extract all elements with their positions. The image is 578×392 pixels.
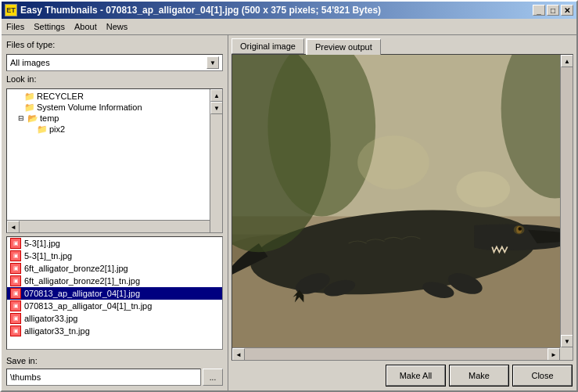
file-icon: ▣ (10, 238, 21, 249)
list-item[interactable]: ▣ 5-3[1].jpg (7, 237, 222, 250)
folder-open-icon: 📂 (27, 113, 38, 123)
bottom-bar: Make All Make Close (228, 361, 576, 390)
close-button[interactable]: ✕ (561, 5, 573, 16)
make-all-button[interactable]: Make All (386, 365, 445, 386)
file-list[interactable]: ▣ 5-3[1].jpg ▣ 5-3[1]_tn.jpg ▣ 6ft_allig… (6, 236, 223, 350)
file-name: 070813_ap_alligator_04[1]_tn.jpg (24, 301, 152, 311)
scroll-track-h (245, 348, 547, 360)
folder-icon: 📁 (24, 102, 35, 112)
tab-original-image[interactable]: Original image (232, 38, 304, 54)
file-name: 6ft_alligator_bronze2[1].jpg (24, 264, 128, 273)
main-content: Files of type: All images ▼ Look in: 📁 R… (2, 35, 576, 390)
tree-item-temp[interactable]: ⊟ 📂 temp (10, 113, 219, 124)
file-icon: ▣ (10, 250, 21, 261)
scroll-up-button[interactable]: ▲ (561, 55, 573, 67)
scroll-right-button[interactable]: ► (547, 348, 560, 361)
tree-item-label: RECYCLER (37, 92, 84, 101)
file-name: 070813_ap_alligator_04[1].jpg (24, 289, 140, 298)
tree-scrollbar-vertical[interactable]: ▲ ▼ (210, 89, 222, 232)
menu-about[interactable]: About (70, 20, 102, 33)
file-icon: ▣ (10, 313, 21, 324)
titlebar: ET Easy Thumbnails - 070813_ap_alligator… (2, 2, 576, 19)
minimize-button[interactable]: _ (533, 5, 545, 16)
scroll-corner (560, 347, 573, 360)
files-of-type-label: Files of type: (6, 40, 223, 49)
file-icon: ▣ (10, 263, 21, 274)
browse-button[interactable]: ... (203, 369, 223, 386)
svg-point-17 (357, 135, 429, 189)
file-icon: ▣ (10, 275, 21, 286)
file-icon: ▣ (10, 288, 21, 299)
dropdown-value: All images (10, 58, 50, 67)
file-name: 5-3[1].jpg (24, 239, 60, 248)
tree-item-label: System Volume Information (37, 102, 142, 112)
file-name: 6ft_alligator_bronze2[1]_tn.jpg (24, 276, 140, 286)
scroll-down-button[interactable]: ▼ (561, 335, 573, 347)
scroll-left-button[interactable]: ◄ (7, 221, 20, 233)
list-item[interactable]: ▣ 6ft_alligator_bronze2[1].jpg (7, 262, 222, 275)
list-item[interactable]: ▣ 070813_ap_alligator_04[1].jpg (7, 287, 222, 300)
folder-tree[interactable]: 📁 RECYCLER 📁 System Volume Information ⊟… (6, 88, 223, 233)
tree-item-label: pix2 (49, 124, 65, 134)
svg-point-13 (518, 227, 522, 231)
left-panel: Files of type: All images ▼ Look in: 📁 R… (2, 35, 228, 390)
make-button[interactable]: Make (450, 365, 508, 386)
folder-icon: 📁 (24, 92, 35, 101)
dropdown-arrow-icon: ▼ (206, 56, 219, 69)
svg-point-18 (456, 171, 510, 207)
list-item[interactable]: ▣ 6ft_alligator_bronze2[1]_tn.jpg (7, 275, 222, 287)
file-name: alligator33_tn.jpg (24, 326, 90, 336)
maximize-button[interactable]: □ (547, 5, 559, 16)
app-icon: ET (5, 4, 17, 16)
tree-item-sysvolinfo[interactable]: 📁 System Volume Information (10, 102, 219, 113)
image-scrollbar-vertical[interactable]: ▲ ▼ (560, 55, 573, 347)
right-panel: Original image Preview output (228, 35, 576, 390)
tree-item-label: temp (40, 113, 59, 123)
titlebar-buttons: _ □ ✕ (533, 5, 573, 16)
menu-news[interactable]: News (102, 20, 133, 33)
files-of-type-dropdown[interactable]: All images ▼ (6, 54, 223, 71)
image-display-area: ▲ ▼ ◄ ► (232, 54, 573, 361)
scroll-left-button[interactable]: ◄ (232, 348, 245, 361)
save-in-input-row: ... (6, 369, 223, 386)
alligator-image (232, 55, 573, 360)
save-in-section: Save in: ... (6, 356, 223, 386)
scroll-up-button[interactable]: ▲ (210, 89, 223, 102)
window-title: Easy Thumbnails - 070813_ap_alligator_04… (20, 5, 381, 16)
list-item[interactable]: ▣ 070813_ap_alligator_04[1]_tn.jpg (7, 300, 222, 312)
menu-settings[interactable]: Settings (29, 20, 70, 33)
list-item[interactable]: ▣ alligator33.jpg (7, 312, 222, 325)
list-item[interactable]: ▣ alligator33_tn.jpg (7, 325, 222, 337)
tree-item-pix2[interactable]: 📁 pix2 (10, 124, 219, 135)
folder-icon: 📁 (37, 124, 48, 134)
file-icon: ▣ (10, 325, 21, 336)
tab-preview-output[interactable]: Preview output (306, 38, 381, 55)
scroll-down-button[interactable]: ▼ (210, 102, 223, 114)
tree-item-recycler[interactable]: 📁 RECYCLER (10, 91, 219, 102)
menu-files[interactable]: Files (2, 20, 29, 33)
menubar: Files Settings About News (2, 19, 576, 35)
file-name: 5-3[1]_tn.jpg (24, 251, 72, 261)
file-name: alligator33.jpg (24, 314, 78, 323)
look-in-label: Look in: (6, 74, 223, 84)
titlebar-left: ET Easy Thumbnails - 070813_ap_alligator… (5, 4, 381, 16)
close-button[interactable]: Close (513, 365, 572, 386)
save-in-input[interactable] (6, 369, 201, 386)
tree-scrollbar-horizontal[interactable]: ◄ ► (7, 220, 210, 232)
list-item[interactable]: ▣ 5-3[1]_tn.jpg (7, 250, 222, 262)
image-scrollbar-horizontal[interactable]: ◄ ► (232, 347, 560, 360)
tab-bar: Original image Preview output (228, 35, 576, 54)
tree-content: 📁 RECYCLER 📁 System Volume Information ⊟… (7, 89, 222, 136)
save-in-label: Save in: (6, 356, 223, 365)
file-icon: ▣ (10, 300, 21, 311)
scroll-track-v (561, 67, 573, 335)
main-window: ET Easy Thumbnails - 070813_ap_alligator… (0, 0, 578, 392)
